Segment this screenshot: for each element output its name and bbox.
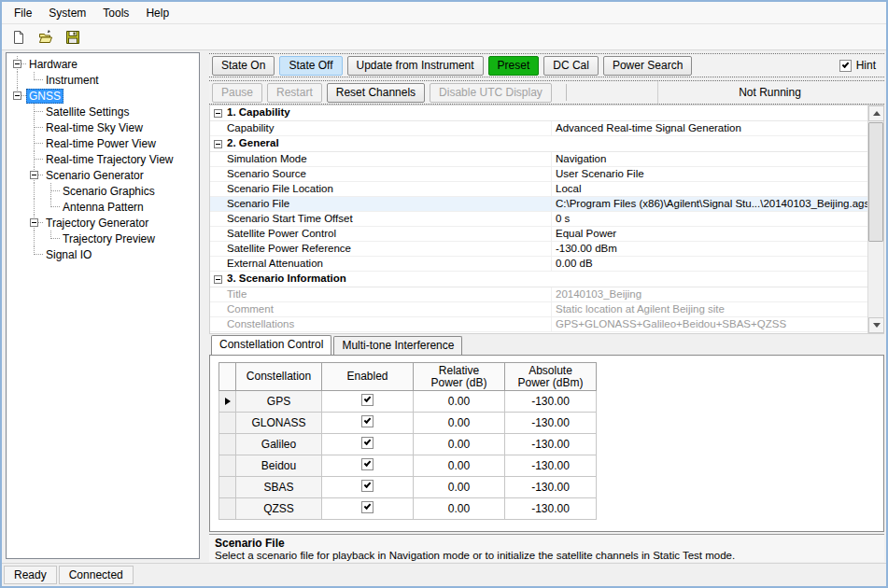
property-row-simulation-mode[interactable]: Simulation ModeNavigation [210,152,867,167]
tree-item-gnss[interactable]: GNSS [9,88,199,104]
row-selector[interactable] [219,455,236,477]
property-row-satellite-power-reference[interactable]: Satellite Power Reference-130.00 dBm [210,242,867,257]
property-value[interactable]: Local [552,182,867,196]
tree-item-instrument[interactable]: Instrument [9,72,199,88]
enabled-checkbox[interactable] [361,458,374,470]
property-value[interactable]: 0.00 dB [552,257,867,271]
row-selector[interactable] [219,413,236,434]
enabled-checkbox[interactable] [361,394,374,406]
row-selector[interactable] [219,391,236,413]
absolute-power-cell[interactable]: -130.00 [505,391,597,413]
property-row-external-attenuation[interactable]: External Attenuation0.00 dB [210,257,867,272]
property-value[interactable]: Navigation [552,152,867,166]
tree-item-antenna-pattern[interactable]: Antenna Pattern [9,199,199,215]
absolute-power-cell[interactable]: -130.00 [505,434,597,455]
tree-item-hardware[interactable]: Hardware [9,56,199,72]
row-selector[interactable] [219,434,236,455]
relative-power-cell[interactable]: 0.00 [414,391,505,413]
property-value[interactable]: C:\Program Files (x86)\Agilent\Signal St… [552,197,867,211]
property-row-title[interactable]: Title20140103_Beijing [210,287,867,302]
category-collapse-icon[interactable] [214,275,222,284]
tree-item-real-time-sky-view[interactable]: Real-time Sky View [9,119,199,135]
property-category-2-general: 2. General [210,136,867,152]
open-file-icon[interactable] [35,27,56,48]
menu-tools[interactable]: Tools [94,4,137,22]
property-row-comment[interactable]: CommentStatic location at Agilent Beijin… [210,302,867,317]
category-collapse-icon[interactable] [214,109,222,118]
power-search-button[interactable]: Power Search [603,56,692,76]
property-row-satellite-power-control[interactable]: Satellite Power ControlEqual Power [210,227,867,242]
property-row-scenario-file-location[interactable]: Scenario File LocationLocal [210,182,867,197]
relative-power-cell[interactable]: 0.00 [414,498,505,520]
state-off-button[interactable]: State Off [279,56,342,76]
property-value[interactable]: 0 s [552,212,867,226]
relative-power-cell[interactable]: 0.00 [414,413,505,434]
enabled-checkbox[interactable] [361,480,374,492]
property-value[interactable]: User Scenario File [552,167,867,181]
property-row-constellations[interactable]: ConstellationsGPS+GLONASS+Galileo+Beidou… [210,317,867,332]
relative-power-cell[interactable]: 0.00 [414,434,505,455]
property-value[interactable]: Equal Power [552,227,867,241]
tree-collapse-icon[interactable] [13,60,21,68]
property-row-scenario-source[interactable]: Scenario SourceUser Scenario File [210,167,867,182]
row-selector[interactable] [219,498,236,520]
tree-item-real-time-power-view[interactable]: Real-time Power View [9,135,199,151]
property-value[interactable]: -130.00 dBm [552,242,867,256]
property-grid-scrollbar[interactable] [867,105,883,333]
scrollbar-thumb[interactable] [868,122,883,242]
property-value[interactable]: Advanced Real-time Signal Generation [552,121,867,135]
status-bar: ReadyConnected [2,563,886,586]
tree-item-label: Trajectory Generator [43,216,151,231]
tree-collapse-icon[interactable] [13,91,21,100]
property-row-scenario-file[interactable]: Scenario FileC:\Program Files (x86)\Agil… [210,197,867,212]
absolute-power-cell[interactable]: -130.00 [505,413,597,434]
dc-cal-button[interactable]: DC Cal [543,56,599,76]
tree-item-label: Signal IO [43,247,94,262]
property-value[interactable]: 20140103_Beijing [552,287,867,301]
pause-button[interactable]: Pause [212,83,262,103]
tree-item-signal-io[interactable]: Signal IO [9,246,199,262]
tree-guide-line [35,127,43,128]
tree-collapse-icon[interactable] [30,171,38,179]
tree-item-real-time-trajectory-view[interactable]: Real-time Trajectory View [9,151,199,167]
preset-button[interactable]: Preset [488,56,540,76]
status-connected: Connected [59,566,134,584]
reset-channels-button[interactable]: Reset Channels [327,83,425,103]
property-row-scenario-start-time-offset[interactable]: Scenario Start Time Offset0 s [210,212,867,227]
relative-power-cell[interactable]: 0.00 [414,477,505,498]
tree-item-scenario-generator[interactable]: Scenario Generator [9,167,199,183]
property-row-capability[interactable]: CapabilityAdvanced Real-time Signal Gene… [210,121,867,136]
save-file-icon[interactable] [62,27,83,48]
enabled-checkbox[interactable] [361,437,374,449]
menu-help[interactable]: Help [137,4,177,22]
hint-checkbox[interactable] [839,60,852,72]
scrollbar-up-icon[interactable] [868,105,884,121]
absolute-power-cell[interactable]: -130.00 [505,498,597,520]
absolute-power-cell[interactable]: -130.00 [505,477,597,498]
row-selector[interactable] [219,477,236,498]
tab-multi-tone-interference[interactable]: Multi-tone Interference [333,336,462,355]
enabled-checkbox[interactable] [361,501,374,513]
restart-button[interactable]: Restart [267,83,322,103]
update-from-instrument-button[interactable]: Update from Instrument [347,56,484,76]
scrollbar-down-icon[interactable] [868,317,884,333]
tree-item-trajectory-generator[interactable]: Trajectory Generator [9,215,199,231]
table-row-gps: GPS0.00-130.00 [219,391,597,413]
tree-item-trajectory-preview[interactable]: Trajectory Preview [9,231,199,246]
tree-item-label: Antenna Pattern [60,200,147,215]
property-value[interactable]: GPS+GLONASS+Galileo+Beidou+SBAS+QZSS [552,317,867,331]
state-on-button[interactable]: State On [212,56,275,76]
enabled-checkbox[interactable] [361,415,374,427]
disable-utc-display-button[interactable]: Disable UTC Display [430,83,552,103]
tree-item-scenario-graphics[interactable]: Scenario Graphics [9,183,199,199]
relative-power-cell[interactable]: 0.00 [414,455,505,477]
category-collapse-icon[interactable] [214,140,222,148]
tree-collapse-icon[interactable] [30,218,38,227]
menu-system[interactable]: System [40,4,94,22]
tab-constellation-control[interactable]: Constellation Control [211,335,331,355]
property-value[interactable]: Static location at Agilent Beijing site [552,302,867,316]
absolute-power-cell[interactable]: -130.00 [505,455,597,477]
tree-item-satellite-settings[interactable]: Satellite Settings [9,104,199,119]
new-file-icon[interactable] [7,27,29,48]
menu-file[interactable]: File [6,4,40,22]
